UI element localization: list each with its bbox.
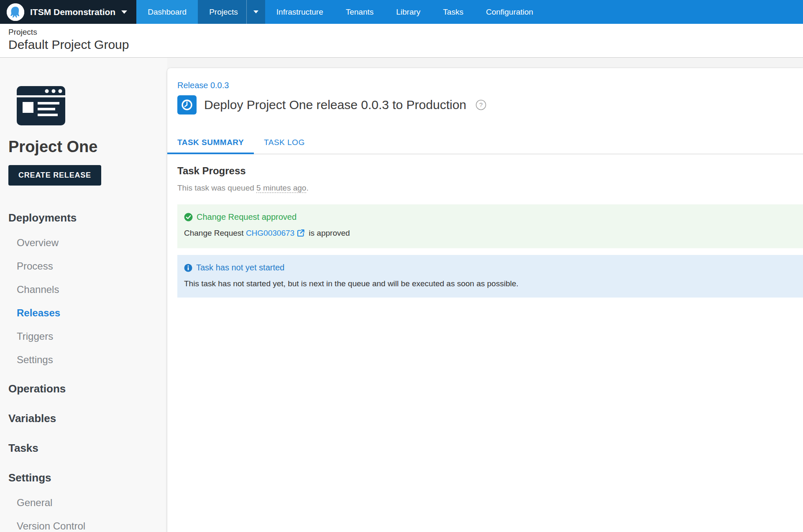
not-started-alert-title: Task has not yet started (196, 263, 284, 272)
chevron-down-icon (121, 10, 127, 14)
change-request-approved-alert: Change Request approved Change Request C… (177, 204, 803, 248)
sidebar-item-variables[interactable]: Variables (8, 412, 167, 425)
nav-item-infrastructure[interactable]: Infrastructure (265, 0, 335, 24)
task-tabs: TASK SUMMARY TASK LOG (167, 132, 803, 154)
svg-text:?: ? (479, 101, 483, 108)
nav-item-projects[interactable]: Projects (198, 0, 246, 24)
sidebar-item-operations[interactable]: Operations (8, 382, 167, 395)
nav-item-tasks[interactable]: Tasks (432, 0, 475, 24)
check-circle-icon (184, 213, 193, 221)
page-group-title: Default Project Group (8, 38, 795, 52)
sidebar-item-deployment-settings[interactable]: Settings (17, 354, 167, 366)
space-switcher[interactable]: ITSM Demonstration (0, 0, 136, 24)
nav-item-tenants[interactable]: Tenants (335, 0, 385, 24)
project-card-icon (17, 86, 167, 127)
nav-item-library[interactable]: Library (385, 0, 432, 24)
project-sidebar: Project One CREATE RELEASE Deployments O… (0, 58, 167, 532)
approved-alert-body: Change Request CHG0030673 is approved (184, 229, 796, 239)
space-name: ITSM Demonstration (30, 7, 115, 17)
change-request-link[interactable]: CHG0030673 (246, 229, 294, 237)
task-title: Deploy Project One release 0.0.3 to Prod… (204, 98, 466, 112)
nav-item-dashboard[interactable]: Dashboard (136, 0, 198, 24)
sidebar-item-releases[interactable]: Releases (17, 307, 167, 319)
sidebar-item-triggers[interactable]: Triggers (17, 331, 167, 342)
queued-status-line: This task was queued 5 minutes ago. (177, 183, 803, 193)
sidebar-item-deployments[interactable]: Deployments (8, 211, 167, 224)
sidebar-item-general[interactable]: General (17, 497, 167, 509)
task-progress-heading: Task Progress (177, 165, 803, 177)
chevron-down-icon (253, 10, 258, 13)
task-queued-clock-icon (177, 95, 197, 115)
top-navbar: ITSM Demonstration Dashboard Projects In… (0, 0, 803, 24)
sidebar-item-tasks[interactable]: Tasks (8, 442, 167, 455)
not-started-alert-body: This task has not started yet, but is ne… (184, 279, 796, 288)
nav-item-configuration[interactable]: Configuration (475, 0, 545, 24)
sidebar-item-overview[interactable]: Overview (17, 237, 167, 249)
nav-group-projects: Projects (198, 0, 265, 24)
task-panel: Release 0.0.3 Deploy Project One release… (167, 68, 803, 532)
main-nav: Dashboard Projects Infrastructure Tenant… (136, 0, 545, 24)
info-circle-icon (184, 264, 192, 272)
external-link-icon[interactable] (297, 229, 305, 239)
sidebar-item-settings[interactable]: Settings (8, 471, 167, 484)
breadcrumb-parent[interactable]: Projects (8, 28, 795, 37)
sidebar-item-channels[interactable]: Channels (17, 284, 167, 295)
release-breadcrumb-link[interactable]: Release 0.0.3 (177, 81, 229, 90)
breadcrumb: Projects Default Project Group (0, 24, 803, 58)
project-name: Project One (8, 138, 167, 156)
tab-task-log[interactable]: TASK LOG (254, 132, 315, 154)
approved-alert-title: Change Request approved (197, 212, 297, 222)
create-release-button[interactable]: CREATE RELEASE (8, 165, 101, 186)
help-icon[interactable]: ? (476, 99, 486, 110)
projects-dropdown-button[interactable] (246, 0, 265, 24)
tab-task-summary[interactable]: TASK SUMMARY (167, 132, 254, 154)
queued-time-tooltip[interactable]: 5 minutes ago (256, 183, 306, 193)
sidebar-item-process[interactable]: Process (17, 260, 167, 272)
project-nav: Deployments Overview Process Channels Re… (8, 211, 167, 532)
octopus-logo-icon (7, 3, 24, 21)
task-not-started-alert: Task has not yet started This task has n… (177, 255, 803, 298)
sidebar-item-version-control[interactable]: Version Control (17, 520, 167, 532)
